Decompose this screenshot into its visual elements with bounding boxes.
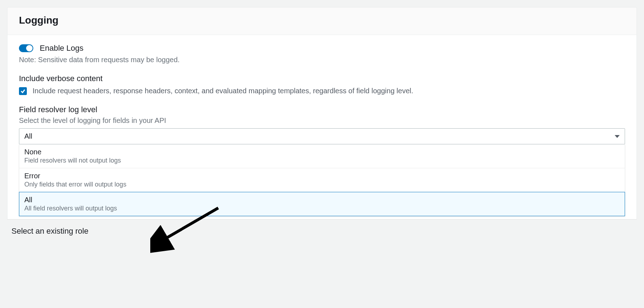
panel-header: Logging xyxy=(8,8,636,35)
verbose-section: Include verbose content Include request … xyxy=(19,74,625,95)
enable-logs-note: Note: Sensitive data from requests may b… xyxy=(19,56,625,64)
option-title: None xyxy=(24,148,620,156)
log-level-title: Field resolver log level xyxy=(19,105,625,114)
option-title: All xyxy=(24,196,620,204)
panel-content: Enable Logs Note: Sensitive data from re… xyxy=(8,35,636,219)
enable-logs-toggle[interactable] xyxy=(19,44,33,52)
log-level-option-all[interactable]: All All field resolvers will output logs xyxy=(19,192,625,216)
verbose-checkbox[interactable] xyxy=(19,87,27,95)
verbose-checkbox-label: Include request headers, response header… xyxy=(33,87,413,95)
option-desc: Only fields that error will output logs xyxy=(24,181,620,188)
option-title: Error xyxy=(24,172,620,180)
verbose-checkbox-row: Include request headers, response header… xyxy=(19,87,625,95)
option-desc: All field resolvers will output logs xyxy=(24,205,620,212)
log-level-section: Field resolver log level Select the leve… xyxy=(19,105,625,216)
enable-logs-section: Enable Logs Note: Sensitive data from re… xyxy=(19,44,625,64)
verbose-title: Include verbose content xyxy=(19,74,625,83)
caret-down-icon xyxy=(615,135,620,138)
log-level-dropdown: None Field resolvers will not output log… xyxy=(19,144,625,216)
toggle-knob-icon xyxy=(26,45,33,51)
log-level-select[interactable]: All xyxy=(19,128,625,144)
enable-logs-label: Enable Logs xyxy=(40,44,83,53)
log-level-option-none[interactable]: None Field resolvers will not output log… xyxy=(19,144,625,168)
check-icon xyxy=(20,88,26,94)
existing-role-title: Select an existing role xyxy=(11,227,644,236)
log-level-option-error[interactable]: Error Only fields that error will output… xyxy=(19,168,625,192)
enable-logs-row: Enable Logs xyxy=(19,44,625,53)
log-level-desc: Select the level of logging for fields i… xyxy=(19,116,625,125)
logging-panel: Logging Enable Logs Note: Sensitive data… xyxy=(7,7,637,219)
panel-title: Logging xyxy=(19,15,625,26)
log-level-selected-value: All xyxy=(24,132,32,140)
option-desc: Field resolvers will not output logs xyxy=(24,157,620,164)
